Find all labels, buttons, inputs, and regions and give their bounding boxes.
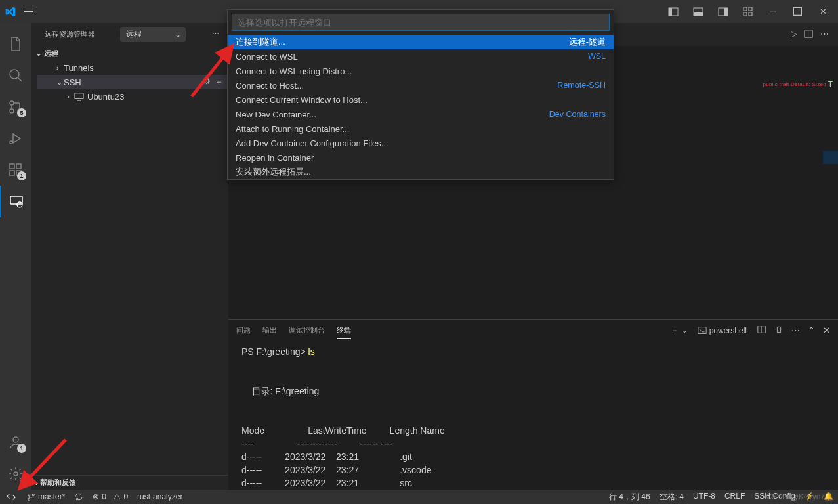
panel-tab-output[interactable]: 输出 xyxy=(262,323,277,338)
svg-rect-5 xyxy=(724,8,728,16)
svg-rect-19 xyxy=(10,171,14,175)
svg-point-11 xyxy=(10,70,19,79)
svg-point-23 xyxy=(13,437,18,442)
svg-point-31 xyxy=(28,494,30,495)
sb-problems[interactable]: ⊗0 ⚠0 xyxy=(88,490,133,504)
svg-rect-3 xyxy=(694,12,703,16)
sb-ln-col[interactable]: 行 4，列 46 xyxy=(604,492,655,503)
svg-marker-15 xyxy=(13,134,20,143)
window-close-button[interactable]: ✕ xyxy=(813,2,833,22)
minimap-text: public trait Default: Sized xyxy=(763,81,826,87)
more-icon[interactable]: ⋯ xyxy=(820,29,829,41)
qp-item-wsl[interactable]: Connect to WSLWSL xyxy=(228,49,614,64)
statusbar: master* ⊗0 ⚠0 rust-analyzer 行 4，列 46 空格:… xyxy=(0,490,838,504)
extensions-tab[interactable]: 1 xyxy=(0,154,31,186)
gear-icon[interactable]: ⚙ xyxy=(203,76,211,88)
svg-rect-7 xyxy=(749,7,752,10)
window-minimize-button[interactable]: ─ xyxy=(763,2,783,22)
qp-item-wsl-distro[interactable]: Connect to WSL using Distro... xyxy=(228,64,614,78)
sb-eol[interactable]: CRLF xyxy=(720,492,749,501)
svg-point-33 xyxy=(28,498,30,500)
sb-spaces[interactable]: 空格: 4 xyxy=(655,492,688,503)
qp-item-connect-current[interactable]: Connect Current Window to Host... xyxy=(228,93,614,107)
svg-rect-8 xyxy=(744,12,747,16)
qp-item-add-devcontainer-config[interactable]: Add Dev Container Configuration Files... xyxy=(228,136,614,150)
trash-icon[interactable] xyxy=(774,325,784,336)
settings-button[interactable] xyxy=(0,458,31,490)
svg-point-16 xyxy=(10,141,12,144)
sb-branch[interactable]: master* xyxy=(22,490,70,504)
more-panel-icon[interactable]: ⋯ xyxy=(791,326,800,335)
shell-selector[interactable]: powershell xyxy=(695,325,749,337)
refresh-icon[interactable]: ⋯ xyxy=(211,29,220,40)
qp-item-tunnel[interactable]: 连接到隧道...远程-隧道 xyxy=(228,35,614,49)
svg-point-24 xyxy=(14,472,18,476)
svg-point-32 xyxy=(32,494,34,495)
sb-rust-analyzer[interactable]: rust-analyzer xyxy=(133,490,187,504)
panel: 问题 输出 调试控制台 终端 ＋⌄ powershell ⋯ ⌃ ✕ PS F:… xyxy=(228,319,838,490)
layout-secondary-icon[interactable] xyxy=(713,2,733,22)
terminal-split-dropdown[interactable]: ⌄ xyxy=(682,327,687,334)
minimap-glyph: T xyxy=(828,80,833,89)
acc-badge: 1 xyxy=(17,444,26,453)
run-icon[interactable]: ▷ xyxy=(791,29,797,41)
sidebar-title: 远程资源管理器 xyxy=(45,30,95,39)
svg-rect-17 xyxy=(10,164,14,169)
layout-panel-icon[interactable] xyxy=(688,2,708,22)
watermark: CSDN @Kevyn7 xyxy=(766,492,825,501)
quickpick-input[interactable] xyxy=(232,14,610,31)
activitybar: 5 1 1 xyxy=(0,23,31,490)
maximize-panel-icon[interactable]: ⌃ xyxy=(808,326,815,335)
panel-tab-debug[interactable]: 调试控制台 xyxy=(289,323,325,338)
remote-indicator[interactable] xyxy=(0,490,22,504)
window-maximize-button[interactable] xyxy=(788,2,808,22)
svg-rect-1 xyxy=(669,8,672,16)
account-button[interactable]: 1 xyxy=(0,427,31,458)
search-tab[interactable] xyxy=(0,60,31,91)
qp-item-attach-container[interactable]: Attach to Running Container... xyxy=(228,121,614,136)
svg-point-12 xyxy=(10,101,14,105)
svg-rect-18 xyxy=(16,164,21,169)
qp-item-connect-host[interactable]: Connect to Host...Remote-SSH xyxy=(228,78,614,93)
svg-point-14 xyxy=(10,109,14,113)
tree-host-ubuntu23[interactable]: › Ubuntu23 xyxy=(37,89,228,104)
sidebar: 远程资源管理器 远程 ⋯ ⌄远程 ›Tunnels ⌄SSH ⚙＋ › Ubun… xyxy=(31,23,228,490)
layout-customize-icon[interactable] xyxy=(738,2,758,22)
section-remote[interactable]: ⌄远程 xyxy=(31,46,228,60)
svg-rect-10 xyxy=(793,7,801,15)
panel-tab-terminal[interactable]: 终端 xyxy=(337,323,351,339)
qp-item-install-extensions[interactable]: 安装额外远程拓展... xyxy=(228,165,614,179)
qp-item-new-devcontainer[interactable]: New Dev Container...Dev Containers xyxy=(228,107,614,121)
monitor-icon xyxy=(74,92,84,102)
svg-rect-28 xyxy=(698,327,706,333)
section-feedback[interactable]: ›帮助和反馈 xyxy=(31,475,228,490)
editor-selection xyxy=(823,151,838,164)
split-terminal-icon[interactable] xyxy=(757,325,766,336)
tree-ssh[interactable]: ⌄SSH ⚙＋ xyxy=(37,75,228,89)
sb-encoding[interactable]: UTF-8 xyxy=(688,492,720,501)
remote-explorer-tab[interactable] xyxy=(0,186,31,217)
split-icon[interactable] xyxy=(804,29,814,41)
explorer-tab[interactable] xyxy=(0,28,31,60)
new-icon[interactable]: ＋ xyxy=(215,76,223,88)
scm-badge: 5 xyxy=(17,108,26,117)
panel-tab-problems[interactable]: 问题 xyxy=(236,323,251,338)
layout-primary-icon[interactable] xyxy=(663,2,683,22)
svg-rect-25 xyxy=(75,93,83,98)
new-terminal-icon[interactable]: ＋ xyxy=(671,325,679,337)
svg-rect-9 xyxy=(749,12,752,16)
scm-tab[interactable]: 5 xyxy=(0,91,31,123)
tree-tunnels[interactable]: ›Tunnels xyxy=(37,60,228,75)
close-panel-icon[interactable]: ✕ xyxy=(823,326,830,335)
svg-rect-21 xyxy=(10,196,22,204)
sb-sync[interactable] xyxy=(70,490,88,504)
vscode-logo-icon xyxy=(5,7,16,17)
menu-button[interactable] xyxy=(24,9,33,14)
terminal-body[interactable]: PS F:\greeting> ls 目录: F:\greeting Mode … xyxy=(228,341,838,490)
ext-badge: 1 xyxy=(17,171,26,180)
remote-type-dropdown[interactable]: 远程 xyxy=(120,27,186,42)
qp-item-reopen-container[interactable]: Reopen in Container xyxy=(228,150,614,165)
quickpick-remote: 连接到隧道...远程-隧道 Connect to WSLWSL Connect … xyxy=(227,9,614,180)
debug-tab[interactable] xyxy=(0,123,31,154)
svg-rect-6 xyxy=(744,7,747,10)
